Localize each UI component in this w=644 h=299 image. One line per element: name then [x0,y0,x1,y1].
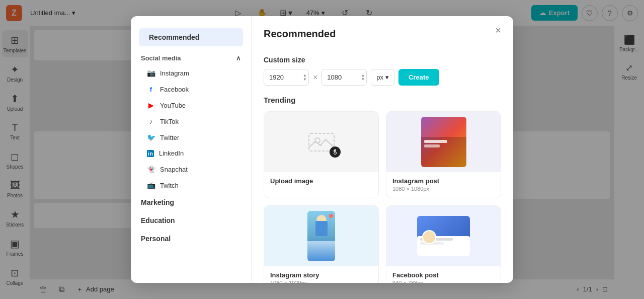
unit-value: px [376,73,383,81]
twitter-nav-item[interactable]: 🐦 Twitter [131,129,251,145]
youtube-icon: ▶ [147,101,155,109]
modal-nav: Recommended Social media ∧ 📷 Instagram f… [131,16,252,283]
instagram-nav-item[interactable]: 📷 Instagram [131,65,251,81]
width-input[interactable] [264,69,309,86]
template-thumb-instagram-post [386,112,501,172]
template-info-instagram-story: Instagram story 1080 × 1920px [264,266,378,283]
template-size-instagram-story: 1080 × 1920px [270,280,372,283]
custom-size-section: Custom size ▲ ▼ × ▲ ▼ [264,56,501,86]
unit-select[interactable]: px ▾ [371,69,394,86]
social-media-section: Social media ∧ 📷 Instagram f Facebook ▶ … [131,48,251,193]
template-name-facebook-post: Facebook post [392,271,495,279]
modal-content: Recommended Custom size ▲ ▼ × [252,16,513,283]
custom-size-row: ▲ ▼ × ▲ ▼ px ▾ [264,69,501,86]
templates-grid: Upload image [264,111,501,283]
create-button[interactable]: Create [398,69,439,86]
social-media-header[interactable]: Social media ∧ [131,48,251,65]
template-card-instagram-story[interactable]: Instagram story 1080 × 1920px [264,205,379,283]
modal-header-row: Recommended [264,28,501,48]
width-arrows: ▲ ▼ [303,73,307,82]
height-down-arrow[interactable]: ▼ [361,78,365,82]
size-separator: × [313,73,317,82]
template-card-facebook-post[interactable]: Facebook post 940 × 788px [386,205,501,283]
linkedin-icon: in [147,150,154,157]
instagram-icon: 📷 [147,69,155,77]
modal-close-btn[interactable]: × [491,23,505,37]
modal: Recommended Social media ∧ 📷 Instagram f… [131,16,513,283]
unit-chevron-icon: ▾ [385,73,389,81]
width-down-arrow[interactable]: ▼ [303,78,307,82]
marketing-nav-item[interactable]: Marketing [131,193,251,211]
linkedin-nav-item[interactable]: in LinkedIn [131,145,251,161]
modal-overlay[interactable]: Recommended Social media ∧ 📷 Instagram f… [0,0,644,299]
width-input-wrap: ▲ ▼ [264,69,309,86]
template-size-instagram-post: 1080 × 1080px [392,186,495,192]
template-name-instagram-post: Instagram post [392,177,495,185]
twitch-nav-item[interactable]: 📺 Twitch [131,177,251,193]
template-size-facebook-post: 940 × 788px [392,280,495,283]
modal-title: Recommended [264,28,336,40]
trending-section: Trending [264,96,501,283]
twitter-icon: 🐦 [147,133,155,141]
template-thumb-upload [264,112,378,172]
chevron-up-icon: ∧ [236,54,241,62]
template-thumb-instagram-story [264,206,378,266]
custom-size-label: Custom size [264,56,501,64]
upload-image-icon [306,128,337,156]
template-info-instagram-post: Instagram post 1080 × 1080px [386,172,501,198]
personal-nav-item[interactable]: Personal [131,230,251,248]
snapchat-nav-item[interactable]: 👻 Snapchat [131,161,251,177]
education-nav-item[interactable]: Education [131,211,251,230]
template-name-instagram-story: Instagram story [270,271,372,279]
twitch-icon: 📺 [147,181,155,189]
height-input[interactable] [321,69,367,86]
trending-label: Trending [264,96,501,104]
youtube-nav-item[interactable]: ▶ YouTube [131,97,251,113]
recommended-nav-btn[interactable]: Recommended [139,28,243,46]
tiktok-icon: ♪ [147,117,155,125]
height-arrows: ▲ ▼ [361,73,365,82]
template-thumb-facebook-post [386,206,501,266]
template-card-instagram-post[interactable]: Instagram post 1080 × 1080px [386,111,501,198]
template-info-upload: Upload image [264,172,378,192]
snapchat-icon: 👻 [147,165,155,173]
template-name-upload: Upload image [270,177,372,185]
height-input-wrap: ▲ ▼ [321,69,367,86]
facebook-nav-item[interactable]: f Facebook [131,81,251,97]
template-info-facebook-post: Facebook post 940 × 788px [386,266,501,283]
facebook-icon: f [147,85,155,93]
template-card-upload-image[interactable]: Upload image [264,111,379,198]
tiktok-nav-item[interactable]: ♪ TikTok [131,113,251,129]
